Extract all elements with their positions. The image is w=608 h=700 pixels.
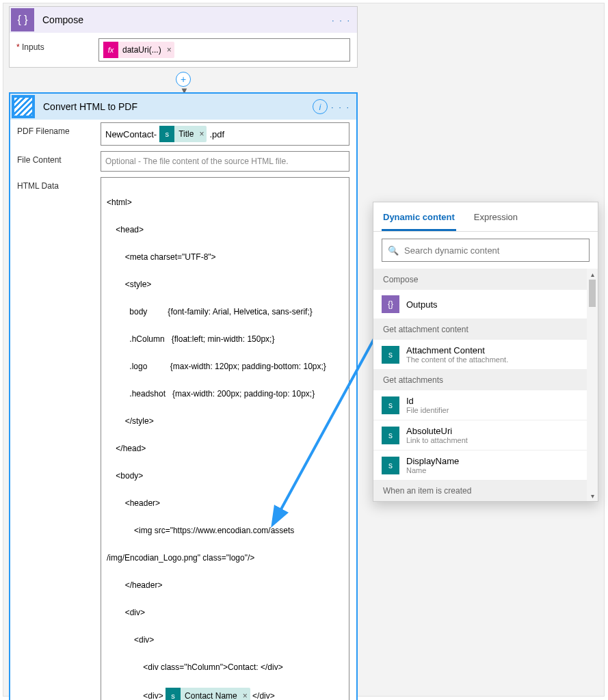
compose-more-button[interactable]: · · ·	[331, 15, 352, 25]
dyn-item-id[interactable]: s IdFile identifier	[373, 390, 587, 420]
remove-token-icon[interactable]: ×	[240, 689, 250, 700]
sharepoint-icon: s	[382, 427, 399, 444]
html-data-field[interactable]: <html> <head> <meta charset="UTF-8"> <st…	[101, 177, 349, 700]
sharepoint-icon: s	[382, 457, 399, 474]
remove-token-icon[interactable]: ×	[164, 45, 174, 55]
inputs-field[interactable]: fx dataUri(...) ×	[98, 38, 350, 62]
file-content-label: File Content	[17, 151, 94, 165]
inputs-label: * Inputs	[16, 38, 92, 62]
fx-token-datauri[interactable]: fx dataUri(...) ×	[103, 42, 174, 58]
dyn-item-absoluteuri[interactable]: s AbsoluteUriLink to attachment	[373, 420, 587, 450]
dyn-search-input[interactable]	[404, 245, 583, 256]
dyn-search[interactable]: 🔍	[382, 239, 590, 262]
convert-html-to-pdf-card: Convert HTML to PDF i · · · PDF Filename…	[9, 92, 358, 700]
tab-dynamic-content[interactable]: Dynamic content	[382, 208, 456, 231]
search-icon: 🔍	[388, 245, 399, 256]
sp-token-title[interactable]: s Title ×	[159, 126, 207, 142]
compose-action-card: { } Compose · · · * Inputs fx dataUri(..…	[9, 6, 358, 68]
dyn-section-get-attachments: Get attachments	[373, 370, 587, 390]
sp-token-contact-name[interactable]: sContact Name×	[166, 688, 250, 700]
dyn-item-attachment-content[interactable]: s Attachment ContentThe content of the a…	[373, 340, 587, 370]
sharepoint-icon: s	[159, 126, 174, 142]
encodian-more-button[interactable]: · · ·	[330, 102, 351, 112]
flow-canvas: { } Compose · · · * Inputs fx dataUri(..…	[3, 3, 605, 697]
file-content-field[interactable]: Optional - The file content of the sourc…	[101, 151, 349, 172]
html-data-label: HTML Data	[17, 177, 94, 191]
compose-icon: { }	[11, 8, 34, 31]
dyn-item-outputs[interactable]: {} Outputs	[373, 290, 587, 319]
info-icon[interactable]: i	[313, 99, 328, 114]
dyn-item-displayname[interactable]: s DisplayNameName	[373, 450, 587, 481]
compose-title: Compose	[36, 14, 331, 25]
dyn-tabs: Dynamic content Expression	[373, 202, 598, 232]
dyn-section-get-attachment-content: Get attachment content	[373, 319, 587, 340]
pdf-filename-label: PDF Filename	[17, 122, 94, 136]
dyn-section-when-item-created: When an item is created	[373, 481, 587, 501]
encodian-title: Convert HTML to PDF	[36, 101, 313, 112]
fx-icon: fx	[103, 42, 118, 58]
sharepoint-icon: s	[166, 688, 181, 700]
dynamic-content-panel: Dynamic content Expression 🔍 Compose {} …	[373, 202, 598, 502]
dyn-section-compose: Compose	[373, 269, 587, 290]
sharepoint-icon: s	[382, 396, 399, 414]
scrollbar-down-icon[interactable]: ▾	[587, 490, 598, 501]
dyn-scrollbar[interactable]: ▴ ▾	[587, 269, 598, 501]
compose-icon: {}	[382, 295, 399, 313]
compose-header[interactable]: { } Compose · · ·	[10, 7, 357, 33]
scrollbar-thumb[interactable]	[589, 280, 596, 307]
encodian-header[interactable]: Convert HTML to PDF i · · ·	[10, 94, 356, 120]
scrollbar-up-icon[interactable]: ▴	[587, 269, 598, 280]
sharepoint-icon: s	[382, 346, 399, 364]
tab-expression[interactable]: Expression	[473, 208, 519, 231]
encodian-icon	[12, 95, 35, 118]
pdf-filename-field[interactable]: NewContact- s Title × .pdf	[101, 122, 349, 146]
add-step-button[interactable]: +	[176, 72, 191, 87]
remove-token-icon[interactable]: ×	[196, 129, 207, 139]
